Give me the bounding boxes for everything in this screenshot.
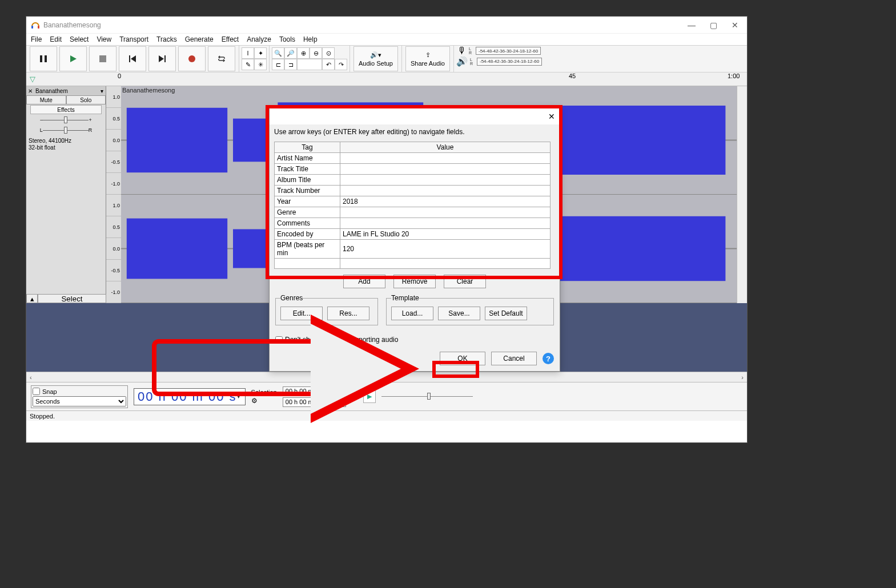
vertical-scrollbar[interactable] <box>737 86 747 303</box>
selection-end-time[interactable]: 00 h 00 m 00.000 s▾ <box>283 397 346 407</box>
fit-project-icon[interactable]: ⊖ <box>310 47 322 59</box>
reset-genres-button[interactable]: Res... <box>327 307 369 320</box>
svg-rect-5 <box>99 55 106 62</box>
gain-slider[interactable]: –+ <box>26 115 106 125</box>
app-window: Bananathemesong — ▢ ✕ File Edit Select V… <box>26 16 748 443</box>
svg-rect-13 <box>233 119 272 162</box>
svg-rect-12 <box>127 108 227 172</box>
bottom-toolbar: Snap Seconds 00 h 00 m 00 s▾ Selection ⚙… <box>26 382 747 410</box>
play-at-speed-button[interactable]: ▶ <box>363 390 376 403</box>
zoom-out-icon[interactable]: 🔎 <box>284 47 297 59</box>
playback-speaker-icon[interactable]: 🔊 <box>456 56 468 67</box>
menu-generate[interactable]: Generate <box>185 35 214 43</box>
draw-tool[interactable]: ✎ <box>242 59 254 70</box>
svg-rect-17 <box>552 106 726 175</box>
menu-effect[interactable]: Effect <box>222 35 239 43</box>
menu-edit[interactable]: Edit <box>50 35 62 43</box>
menu-view[interactable]: View <box>97 35 111 43</box>
collapse-button[interactable]: ▴ <box>26 294 38 303</box>
snap-unit-select[interactable]: Seconds <box>33 396 126 406</box>
selection-start-time[interactable]: 00 h 00 m 00.000 s▾ <box>283 386 346 396</box>
track-select-button[interactable]: Select <box>38 294 106 303</box>
minimize-button[interactable]: — <box>686 21 697 30</box>
dialog-hint: Use arrow keys (or ENTER key after editi… <box>270 124 560 139</box>
help-icon[interactable]: ? <box>543 353 554 364</box>
table-row: Track Number <box>275 186 551 196</box>
svg-rect-24 <box>552 216 726 281</box>
clear-button[interactable]: Clear <box>444 275 486 288</box>
svg-rect-19 <box>127 219 227 279</box>
menu-select[interactable]: Select <box>70 35 89 43</box>
menu-file[interactable]: File <box>31 35 42 43</box>
snap-checkbox[interactable] <box>33 388 40 395</box>
record-button[interactable] <box>178 46 206 71</box>
maximize-button[interactable]: ▢ <box>708 21 718 30</box>
menu-bar: File Edit Select View Transport Tracks G… <box>26 34 747 45</box>
dont-show-checkbox[interactable] <box>275 336 283 344</box>
gear-icon[interactable]: ⚙ <box>251 397 277 405</box>
zoom-in-icon[interactable]: 🔍 <box>272 47 284 59</box>
skip-start-button[interactable] <box>119 46 146 71</box>
table-row <box>275 259 551 269</box>
playback-meter[interactable]: -54-48-42-36-30-24-18-12-60 <box>477 58 542 66</box>
horizontal-scrollbar[interactable]: ‹› <box>26 372 747 382</box>
menu-tracks[interactable]: Tracks <box>156 35 177 43</box>
save-template-button[interactable]: Save... <box>438 307 480 320</box>
effects-button[interactable]: Effects <box>30 105 102 114</box>
menu-help[interactable]: Help <box>303 35 318 43</box>
stop-button[interactable] <box>89 46 116 71</box>
skip-end-button[interactable] <box>148 46 176 71</box>
track-menu-dropdown[interactable]: ▾ <box>98 88 106 94</box>
table-row: Artist Name <box>275 153 551 164</box>
playback-speed-slider[interactable] <box>381 392 473 402</box>
add-button[interactable]: Add <box>343 275 385 288</box>
play-button[interactable] <box>59 46 87 71</box>
silence-icon[interactable]: ⊐ <box>284 59 297 70</box>
svg-point-10 <box>188 55 195 62</box>
svg-marker-4 <box>70 55 77 62</box>
redo-button[interactable]: ↷ <box>335 59 347 70</box>
solo-button[interactable]: Solo <box>66 95 106 104</box>
svg-rect-1 <box>38 26 39 29</box>
track-close-button[interactable]: ✕ <box>26 88 34 94</box>
toolbar: I ✦ ✎ ✳ 🔍 🔎 ⊕ ⊖ ⊙ ⊏ <box>26 45 747 73</box>
load-template-button[interactable]: Load... <box>391 307 433 320</box>
dialog-titlebar: ✕ <box>270 108 560 124</box>
pause-button[interactable] <box>30 46 57 71</box>
close-button[interactable]: ✕ <box>730 21 740 30</box>
trim-icon[interactable]: ⊏ <box>272 59 284 70</box>
share-audio-button[interactable]: ⇪ Share Audio <box>405 46 450 71</box>
snap-panel: Snap Seconds <box>31 385 128 408</box>
mute-button[interactable]: Mute <box>26 95 66 104</box>
selection-label: Selection <box>251 389 277 396</box>
audio-setup-button[interactable]: 🔊▾ Audio Setup <box>353 46 398 71</box>
timeline-ruler[interactable]: ▽ 0 45 1:00 <box>26 73 747 86</box>
svg-rect-0 <box>31 26 33 29</box>
remove-button[interactable]: Remove <box>393 275 436 288</box>
set-default-button[interactable]: Set Default <box>485 307 527 320</box>
share-icon: ⇪ <box>425 51 431 59</box>
main-time-display[interactable]: 00 h 00 m 00 s▾ <box>134 388 246 405</box>
selection-tool[interactable]: I <box>242 47 254 59</box>
dont-show-label: Don't show this when exporting audio <box>285 336 398 344</box>
pan-slider[interactable]: LR <box>26 125 106 135</box>
svg-marker-7 <box>131 55 136 62</box>
menu-tools[interactable]: Tools <box>279 35 295 43</box>
playhead-icon[interactable]: ▽ <box>30 75 35 83</box>
dialog-close-button[interactable]: ✕ <box>548 112 555 121</box>
svg-rect-3 <box>45 55 47 62</box>
ok-button[interactable]: OK <box>440 352 485 365</box>
envelope-tool[interactable]: ✦ <box>254 47 267 59</box>
loop-button[interactable] <box>208 46 235 71</box>
menu-analyze[interactable]: Analyze <box>247 35 271 43</box>
edit-genres-button[interactable]: Edit... <box>280 307 323 320</box>
recording-meter[interactable]: -54-48-42-36-30-24-18-12-60 <box>476 47 541 55</box>
undo-button[interactable]: ↶ <box>322 59 335 70</box>
multi-tool[interactable]: ✳ <box>254 59 267 70</box>
cancel-button[interactable]: Cancel <box>491 352 537 365</box>
zoom-toggle-icon[interactable]: ⊙ <box>322 47 335 59</box>
speaker-icon: 🔊▾ <box>370 51 381 59</box>
mic-icon[interactable]: 🎙 <box>457 46 467 56</box>
menu-transport[interactable]: Transport <box>119 35 148 43</box>
fit-selection-icon[interactable]: ⊕ <box>297 47 310 59</box>
